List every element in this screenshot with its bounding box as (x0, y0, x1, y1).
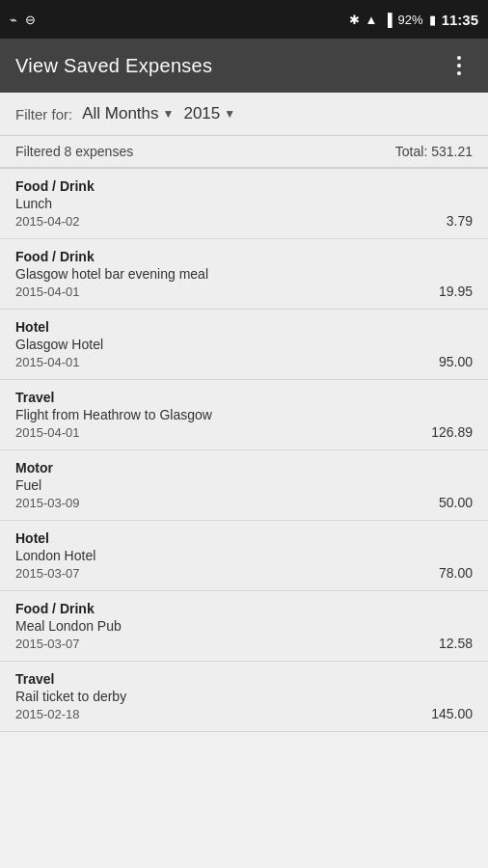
expense-date: 2015-03-07 (15, 566, 80, 581)
menu-dot-2 (457, 64, 461, 68)
expense-date: 2015-04-01 (15, 285, 80, 299)
expense-amount: 3.79 (447, 213, 473, 229)
app-bar: View Saved Expenses (0, 39, 488, 93)
battery-percent: 92% (398, 13, 423, 27)
expense-description: London Hotel (15, 548, 473, 563)
month-dropdown-arrow: ▼ (163, 107, 175, 121)
status-time: 11:35 (442, 12, 478, 28)
expense-date-row: 2015-04-01 126.89 (15, 424, 473, 440)
more-vert-button[interactable] (446, 52, 473, 79)
expense-category: Motor (15, 460, 473, 475)
expense-date: 2015-04-02 (15, 214, 80, 229)
expense-amount: 126.89 (431, 424, 473, 440)
expense-description: Glasgow Hotel (15, 337, 473, 352)
expense-item-0[interactable]: Food / Drink Lunch 2015-04-02 3.79 (0, 169, 488, 239)
filter-label: Filter for: (15, 106, 72, 122)
summary-row: Filtered 8 expenses Total: 531.21 (0, 136, 488, 169)
expense-description: Rail ticket to derby (15, 689, 473, 704)
year-dropdown[interactable]: 2015 ▼ (183, 104, 235, 123)
expense-date-row: 2015-03-07 12.58 (15, 636, 473, 651)
expense-item-7[interactable]: Travel Rail ticket to derby 2015-02-18 1… (0, 662, 488, 732)
month-value: All Months (82, 104, 158, 123)
expense-description: Meal London Pub (15, 618, 473, 634)
expenses-list: Food / Drink Lunch 2015-04-02 3.79 Food … (0, 169, 488, 732)
expense-item-6[interactable]: Food / Drink Meal London Pub 2015-03-07 … (0, 591, 488, 662)
expense-date-row: 2015-02-18 145.00 (15, 706, 473, 721)
expense-amount: 50.00 (439, 495, 473, 510)
expense-category: Travel (15, 390, 473, 405)
expense-date-row: 2015-04-01 19.95 (15, 284, 473, 299)
expense-amount: 12.58 (439, 636, 473, 651)
expense-date: 2015-03-09 (15, 496, 80, 510)
usb-icon: ⌁ (10, 13, 17, 27)
expense-date: 2015-03-07 (15, 637, 80, 651)
status-bar: ⌁ ⊖ ✱ ▲ ▐ 92% ▮ 11:35 (0, 0, 488, 39)
filter-row: Filter for: All Months ▼ 2015 ▼ (0, 93, 488, 136)
expense-amount: 19.95 (439, 284, 473, 299)
expense-category: Hotel (15, 530, 473, 546)
expense-amount: 145.00 (431, 706, 473, 721)
bluetooth-icon: ✱ (349, 13, 360, 27)
expense-category: Food / Drink (15, 249, 473, 264)
expense-item-1[interactable]: Food / Drink Glasgow hotel bar evening m… (0, 239, 488, 310)
expense-date: 2015-04-01 (15, 425, 80, 440)
expense-date-row: 2015-03-09 50.00 (15, 495, 473, 510)
expense-description: Lunch (15, 196, 473, 211)
expense-amount: 95.00 (439, 354, 473, 369)
expense-category: Hotel (15, 319, 473, 335)
expense-description: Flight from Heathrow to Glasgow (15, 407, 473, 422)
expense-amount: 78.00 (439, 565, 473, 581)
status-right-icons: ✱ ▲ ▐ 92% ▮ 11:35 (349, 12, 479, 28)
expense-item-5[interactable]: Hotel London Hotel 2015-03-07 78.00 (0, 521, 488, 591)
expense-date: 2015-02-18 (15, 707, 80, 721)
filtered-count: Filtered 8 expenses (15, 144, 133, 159)
total-value: Total: 531.21 (395, 144, 473, 159)
menu-dot-1 (457, 56, 461, 60)
year-value: 2015 (183, 104, 220, 123)
month-dropdown[interactable]: All Months ▼ (82, 104, 174, 123)
year-dropdown-arrow: ▼ (224, 107, 235, 121)
expense-item-3[interactable]: Travel Flight from Heathrow to Glasgow 2… (0, 380, 488, 450)
signal-icon: ▐ (383, 13, 392, 27)
page-title: View Saved Expenses (15, 55, 212, 77)
status-left-icons: ⌁ ⊖ (10, 13, 36, 27)
expense-date: 2015-04-01 (15, 355, 80, 369)
wifi-icon: ▲ (366, 13, 378, 27)
expense-item-2[interactable]: Hotel Glasgow Hotel 2015-04-01 95.00 (0, 310, 488, 380)
expense-description: Glasgow hotel bar evening meal (15, 266, 473, 282)
expense-description: Fuel (15, 477, 473, 493)
expense-category: Food / Drink (15, 178, 473, 194)
expense-date-row: 2015-04-01 95.00 (15, 354, 473, 369)
expense-date-row: 2015-04-02 3.79 (15, 213, 473, 229)
expense-category: Food / Drink (15, 601, 473, 616)
menu-dot-3 (457, 71, 461, 75)
expense-date-row: 2015-03-07 78.00 (15, 565, 473, 581)
battery-icon: ▮ (429, 13, 436, 27)
expense-item-4[interactable]: Motor Fuel 2015-03-09 50.00 (0, 450, 488, 521)
minus-circle-icon: ⊖ (25, 13, 36, 27)
expense-category: Travel (15, 671, 473, 687)
